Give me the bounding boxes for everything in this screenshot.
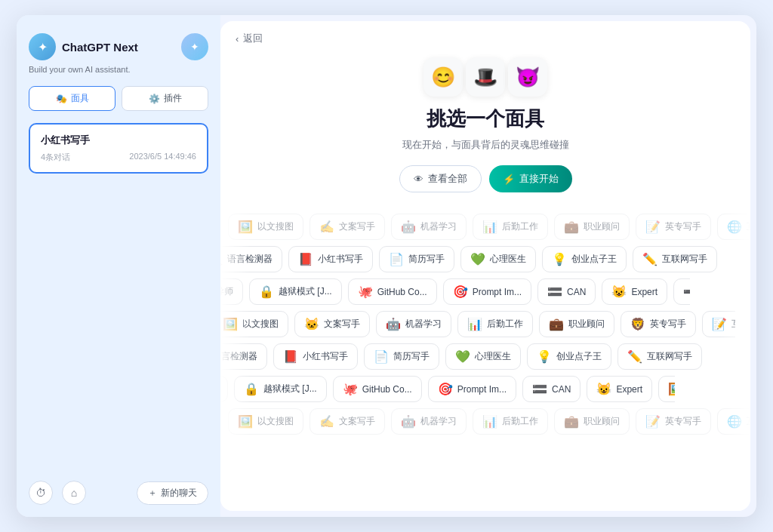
- card-label: 心灵导师: [220, 285, 233, 298]
- list-item[interactable]: 🤖机器学习: [391, 214, 467, 240]
- list-item[interactable]: 🐙GitHub Co...: [333, 376, 422, 402]
- card-icon: 💼: [564, 414, 579, 429]
- card-icon: ✍️: [319, 414, 334, 429]
- list-item[interactable]: 🟰CAN: [522, 376, 581, 402]
- list-item[interactable]: 💼职业顾问: [554, 408, 630, 435]
- masks-scroll-area: 🖼️以文搜图 ✍️文案写手 🤖机器学习 📊后勤工作 💼职业顾问 📝英专写手 🌐互…: [220, 208, 750, 511]
- list-item[interactable]: ➖...: [673, 278, 690, 305]
- hero-buttons: 👁 查看全部 ⚡ 直接开始: [236, 165, 735, 192]
- list-item[interactable]: 🦊心灵导师: [220, 278, 243, 305]
- list-item[interactable]: 🌐互联网写手: [717, 214, 750, 240]
- card-label: 以文搜图: [257, 220, 294, 233]
- list-item[interactable]: 🐱文案写手: [294, 311, 370, 337]
- list-item[interactable]: 🌐互联网写手: [717, 408, 750, 435]
- chat-item[interactable]: 小红书写手 4条对话 2023/6/5 14:49:46: [29, 123, 208, 174]
- card-label: 后勤工作: [502, 220, 538, 233]
- sidebar-footer: ⏱ ⌂ ＋ 新的聊天: [29, 481, 208, 505]
- list-item[interactable]: 🖼️以文搜图: [228, 214, 303, 240]
- card-icon: 💡: [537, 349, 552, 364]
- list-item[interactable]: 🐙GitHub Co...: [348, 278, 437, 305]
- list-item[interactable]: 🔍语言检测器: [220, 343, 267, 370]
- mask-row-4: 🖼️以文搜图 🐱文案写手 🤖机器学习 📊后勤工作 💼职业顾问 🦁英专写手 📝互联…: [220, 308, 735, 340]
- sidebar-title-group: ChatGPT Next: [62, 41, 138, 54]
- list-item[interactable]: 📄简历写手: [364, 343, 439, 370]
- card-label: 英专写手: [665, 415, 701, 428]
- list-item[interactable]: 🖼️以文搜图: [220, 311, 288, 337]
- list-item[interactable]: ✍️文案写手: [310, 214, 385, 240]
- back-nav[interactable]: ‹ 返回: [220, 21, 750, 50]
- card-icon: ✏️: [627, 349, 642, 364]
- hero-emojis: 😊 🎩 😈: [236, 57, 735, 97]
- list-item[interactable]: ✏️互联网写手: [633, 246, 717, 272]
- card-label: 互联网写手: [747, 415, 750, 428]
- card-icon: 💚: [455, 349, 470, 364]
- list-item[interactable]: 🔒越狱模式 [J...: [234, 376, 327, 402]
- card-label: 互联网写手: [731, 318, 735, 331]
- list-item[interactable]: 📊后勤工作: [473, 214, 548, 240]
- new-chat-button[interactable]: ＋ 新的聊天: [137, 481, 208, 505]
- list-item[interactable]: 💡创业点子王: [527, 343, 611, 370]
- card-icon: 📝: [645, 220, 661, 234]
- mask-row-1: 🖼️以文搜图 ✍️文案写手 🤖机器学习 📊后勤工作 💼职业顾问 📝英专写手 🌐互…: [220, 211, 750, 243]
- list-item[interactable]: ✍️文案写手: [310, 408, 385, 435]
- card-label: 越狱模式 [J...: [279, 285, 332, 298]
- chat-item-title: 小红书写手: [41, 134, 196, 147]
- list-item[interactable]: 😺Expert: [587, 376, 652, 402]
- list-item[interactable]: 📕小红书写手: [273, 343, 358, 370]
- card-label: 文案写手: [324, 318, 360, 331]
- list-item[interactable]: 🖼️以文搜图: [658, 376, 675, 402]
- card-icon: 💚: [470, 252, 485, 266]
- start-button[interactable]: ⚡ 直接开始: [489, 165, 572, 192]
- new-chat-label: 新的聊天: [161, 487, 197, 500]
- list-item[interactable]: 📊后勤工作: [457, 311, 533, 337]
- tab-plugins[interactable]: ⚙️ 插件: [122, 86, 208, 111]
- mask-row-6: 🦊心灵导师 🔒越狱模式 [J... 🐙GitHub Co... 🎯Prompt …: [220, 373, 675, 405]
- card-icon: 🖼️: [238, 220, 253, 234]
- hero-subtitle: 现在开始，与面具背后的灵魂思维碰撞: [236, 138, 735, 152]
- card-icon: 🐱: [304, 317, 319, 331]
- list-item[interactable]: 🦊心灵导师: [220, 376, 228, 402]
- list-item[interactable]: 🖼️以文搜图: [228, 408, 303, 435]
- card-label: 心理医生: [475, 350, 511, 363]
- list-item[interactable]: 💡创业点子王: [542, 246, 627, 272]
- list-item[interactable]: 🤖机器学习: [391, 408, 467, 435]
- list-item[interactable]: 📕小红书写手: [288, 246, 373, 272]
- list-item[interactable]: 💼职业顾问: [539, 311, 614, 337]
- list-item[interactable]: 🔒越狱模式 [J...: [249, 278, 342, 305]
- card-label: 以文搜图: [242, 318, 279, 331]
- list-item[interactable]: 🎯Prompt Im...: [428, 376, 516, 402]
- list-item[interactable]: 🤖机器学习: [376, 311, 451, 337]
- list-item[interactable]: 📝英专写手: [636, 214, 711, 240]
- history-icon[interactable]: ⏱: [29, 481, 53, 505]
- card-label: 创业点子王: [556, 350, 602, 363]
- list-item[interactable]: ✏️互联网写手: [617, 343, 702, 370]
- list-item[interactable]: 🔍语言检测器: [220, 246, 282, 272]
- list-item[interactable]: 💚心理医生: [445, 343, 521, 370]
- card-icon: 🔒: [259, 284, 274, 299]
- list-item[interactable]: 🟰CAN: [537, 278, 596, 305]
- list-item[interactable]: 🎯Prompt Im...: [443, 278, 531, 305]
- card-label: GitHub Co...: [362, 384, 412, 395]
- github-icon[interactable]: ⌂: [62, 481, 86, 505]
- list-item[interactable]: 🦁英专写手: [621, 311, 696, 337]
- app-container: ✦ ChatGPT Next ✦ Build your own AI assis…: [17, 15, 756, 517]
- list-item[interactable]: 📝英专写手: [636, 408, 711, 435]
- list-item[interactable]: 😺Expert: [602, 278, 667, 305]
- tab-masks[interactable]: 🎭 面具: [29, 86, 115, 111]
- view-all-button[interactable]: 👁 查看全部: [399, 165, 482, 192]
- card-label: 文案写手: [339, 415, 375, 428]
- lightning-icon: ⚡: [503, 174, 515, 185]
- plugin-tab-icon: ⚙️: [149, 94, 160, 104]
- list-item[interactable]: 📄简历写手: [379, 246, 454, 272]
- card-label: 语言检测器: [220, 350, 257, 363]
- list-item[interactable]: 💼职业顾问: [554, 214, 630, 240]
- card-label: Prompt Im...: [473, 287, 522, 297]
- logo-avatar: ✦: [181, 33, 208, 60]
- card-icon: ✍️: [319, 220, 334, 234]
- card-icon: ➖: [683, 284, 690, 299]
- sidebar-tabs: 🎭 面具 ⚙️ 插件: [29, 86, 208, 111]
- logo-icon: ✦: [29, 33, 56, 60]
- list-item[interactable]: 💚心理医生: [460, 246, 536, 272]
- list-item[interactable]: 📊后勤工作: [473, 408, 548, 435]
- list-item[interactable]: 📝互联网写手: [702, 311, 735, 337]
